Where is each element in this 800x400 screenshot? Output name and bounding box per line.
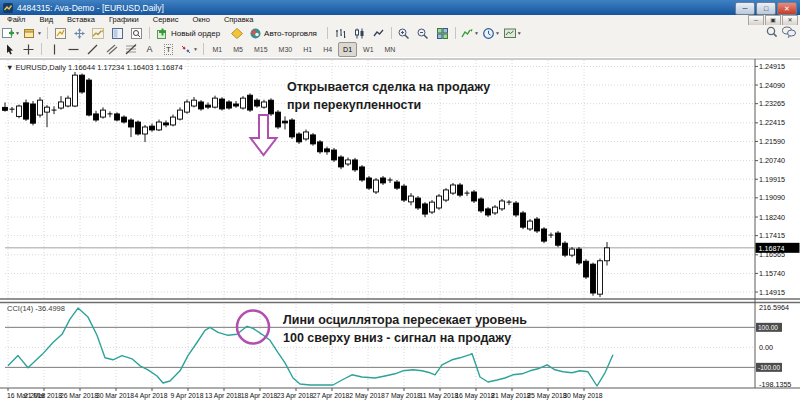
- timeframe-w1[interactable]: W1: [358, 42, 379, 57]
- crosshair-button[interactable]: [20, 41, 37, 57]
- vertical-line-tool[interactable]: [46, 41, 63, 57]
- indicators-button[interactable]: ▼: [460, 25, 480, 41]
- svg-text:7 May 2018: 7 May 2018: [385, 392, 421, 400]
- title-bar: 4484315: Ava-Demo - [EURUSD,Daily] ─ □ ✕: [0, 0, 800, 15]
- svg-text:13 Apr 2018: 13 Apr 2018: [205, 392, 242, 400]
- arrows-tool[interactable]: ▼: [179, 41, 199, 57]
- zoom-in-button[interactable]: [396, 25, 413, 41]
- chevron-down-icon: ▼: [517, 30, 522, 36]
- toolbar-separator: [327, 27, 328, 39]
- svg-text:216.5964: 216.5964: [759, 303, 789, 312]
- fibonacci-tool[interactable]: [122, 41, 139, 57]
- menu-item-1[interactable]: Вид: [32, 15, 60, 25]
- chart-svg[interactable]: Открывается сделка на продажупри перекуп…: [0, 57, 800, 400]
- tile-windows-icon: [437, 28, 448, 39]
- search-icon[interactable]: [766, 26, 778, 38]
- zoom-out-button[interactable]: [415, 25, 432, 41]
- cci-label: CCI(14) -36.4998: [7, 304, 65, 313]
- close-button[interactable]: ✕: [777, 2, 797, 15]
- trendline-tool[interactable]: [84, 41, 101, 57]
- profiles-button[interactable]: ▼: [23, 25, 43, 41]
- trendline-icon: [87, 44, 98, 55]
- fibonacci-icon: [125, 44, 137, 55]
- tile-windows-button[interactable]: [434, 25, 451, 41]
- svg-text:-100.00: -100.00: [758, 364, 780, 371]
- svg-text:0.00: 0.00: [759, 343, 773, 352]
- svg-text:1.24090: 1.24090: [759, 81, 785, 90]
- svg-text:30 May 2018: 30 May 2018: [563, 392, 603, 400]
- label-tool[interactable]: T: [160, 41, 177, 57]
- autoscroll-button[interactable]: [71, 25, 88, 41]
- auto-trading-button[interactable]: Авто-торговля: [247, 25, 323, 41]
- horizontal-line-tool[interactable]: [65, 41, 82, 57]
- find-symbol-button[interactable]: [128, 25, 145, 41]
- diamond-icon: [231, 28, 243, 39]
- periods-button[interactable]: ▼: [482, 25, 501, 41]
- line-chart-mode-button[interactable]: [370, 25, 387, 41]
- data-window-button[interactable]: [109, 25, 126, 41]
- chat-icon[interactable]: [782, 26, 796, 38]
- drawing-toolbar: A T ▼ M1M5M15M30H1H4D1W1MN: [0, 41, 800, 58]
- menu-item-5[interactable]: Окно: [185, 15, 216, 25]
- svg-text:21 Mar 2018: 21 Mar 2018: [24, 392, 62, 399]
- data-window-icon: [112, 28, 123, 39]
- timeframe-mn[interactable]: MN: [380, 42, 401, 57]
- chevron-down-icon: ▼: [193, 46, 198, 52]
- timeframe-h4[interactable]: H4: [318, 42, 337, 57]
- chart-shift-icon: [92, 28, 104, 39]
- menu-item-0[interactable]: Файл: [0, 15, 32, 25]
- toolbar-separator: [455, 27, 456, 39]
- auto-trading-label: Авто-торговля: [263, 29, 320, 38]
- ohlc-header[interactable]: ▼ EURUSD,Daily 1.16644 1.17234 1.16403 1…: [6, 63, 183, 72]
- menu-item-2[interactable]: Вставка: [60, 15, 102, 25]
- svg-text:100.00: 100.00: [758, 324, 778, 331]
- menu-item-3[interactable]: Графики: [102, 15, 146, 25]
- cursor-button[interactable]: [1, 41, 18, 57]
- zoom-in-icon: [398, 28, 410, 39]
- zoom-box-icon: [131, 28, 142, 39]
- svg-text:21 May 2018: 21 May 2018: [491, 392, 531, 400]
- menu-item-6[interactable]: Справка: [217, 15, 260, 25]
- timeframe-d1[interactable]: D1: [338, 42, 357, 57]
- minimize-button[interactable]: ─: [735, 2, 755, 15]
- templates-button[interactable]: ▼: [503, 25, 523, 41]
- new-order-plus-icon: [157, 28, 168, 39]
- chart-window[interactable]: Открывается сделка на продажупри перекуп…: [0, 57, 800, 400]
- svg-text:30 Mar 2018: 30 Mar 2018: [96, 392, 134, 399]
- window-title: 4484315: Ava-Demo - [EURUSD,Daily]: [17, 3, 164, 13]
- market-watch-button[interactable]: [52, 25, 69, 41]
- new-order-button[interactable]: Новый ордер: [154, 25, 226, 41]
- svg-text:Открывается сделка на продажу: Открывается сделка на продажу: [287, 80, 490, 94]
- text-tool[interactable]: A: [141, 41, 158, 57]
- toolbar-separator: [391, 27, 392, 39]
- market-watch-icon: [55, 28, 66, 39]
- candlestick-mode-button[interactable]: [351, 25, 368, 41]
- deposit-button[interactable]: [228, 25, 245, 41]
- timeframe-m30[interactable]: M30: [274, 42, 298, 57]
- menu-item-4[interactable]: Сервис: [146, 15, 186, 25]
- toolbar-separator: [149, 27, 150, 39]
- svg-text:1.19090: 1.19090: [759, 193, 785, 202]
- chart-shift-button[interactable]: [90, 25, 107, 41]
- svg-text:23 Apr 2018: 23 Apr 2018: [277, 392, 314, 400]
- channel-tool[interactable]: [103, 41, 120, 57]
- timeframe-m5[interactable]: M5: [228, 42, 248, 57]
- arrow-objects-icon: [180, 44, 192, 55]
- profiles-icon: [24, 28, 36, 39]
- autoscroll-icon: [74, 28, 85, 39]
- line-chart-icon: [373, 28, 384, 39]
- bar-chart-mode-button[interactable]: [332, 25, 349, 41]
- svg-text:11 May 2018: 11 May 2018: [420, 392, 459, 400]
- template-icon: [504, 28, 516, 39]
- timeframe-m1[interactable]: M1: [207, 42, 227, 57]
- svg-text:Лини осциллятора пересекает ур: Лини осциллятора пересекает уровень: [283, 313, 527, 327]
- timeframe-h1[interactable]: H1: [298, 42, 317, 57]
- svg-text:26 Mar 2018: 26 Mar 2018: [60, 392, 98, 399]
- timeframe-m15[interactable]: M15: [249, 42, 273, 57]
- maximize-button[interactable]: □: [756, 2, 776, 15]
- new-order-label: Новый ордер: [170, 29, 223, 38]
- svg-text:2 May 2018: 2 May 2018: [349, 392, 385, 400]
- candlestick-icon: [354, 28, 365, 39]
- new-chart-button[interactable]: ▼: [1, 25, 21, 41]
- app-logo-icon: [3, 3, 13, 13]
